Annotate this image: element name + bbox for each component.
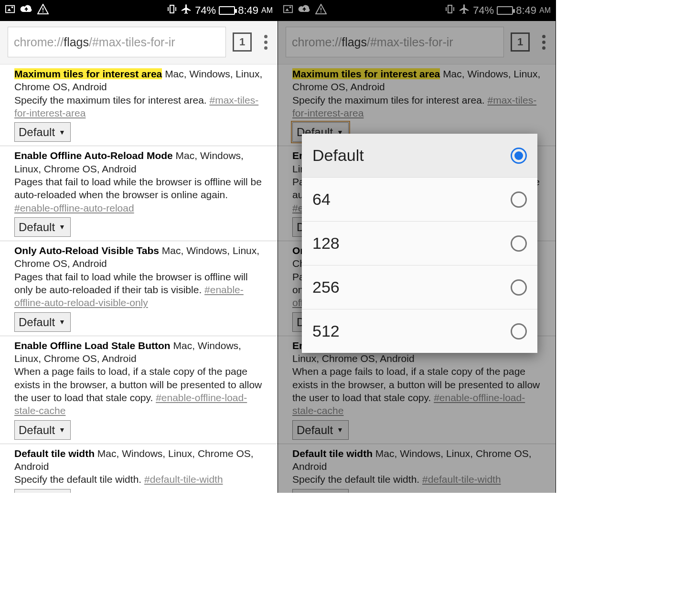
radio-icon	[511, 235, 527, 252]
flag-anchor-link[interactable]: #default-tile-width	[422, 474, 501, 485]
airplane-icon	[459, 3, 470, 18]
flags-list-left: Maximum tiles for interest area Mac, Win…	[0, 64, 278, 493]
svg-rect-5	[43, 11, 43, 12]
flag-description: Pages that fail to load while the browse…	[14, 176, 262, 200]
screenshot-right: 74% 8:49 AM chrome://flags/#max-tiles-fo…	[278, 0, 556, 493]
tabs-button[interactable]: 1	[511, 32, 530, 52]
flag-item: Enable Offline Auto-Reload Mode Mac, Win…	[0, 146, 278, 241]
flag-title: Default tile width	[292, 448, 373, 459]
flag-select[interactable]: Default▼	[292, 489, 349, 493]
flag-select-value: Default	[19, 491, 55, 493]
flag-select[interactable]: Default▼	[14, 420, 71, 440]
radio-icon	[511, 148, 527, 164]
chevron-down-icon: ▼	[59, 223, 65, 231]
flag-select[interactable]: Default▼	[14, 217, 71, 237]
radio-icon	[511, 191, 527, 208]
svg-rect-0	[6, 6, 14, 13]
picture-icon	[283, 4, 293, 17]
clock-time: 8:49	[516, 4, 536, 17]
flag-title: Only Auto-Reload Visible Tabs	[14, 245, 159, 256]
svg-rect-12	[321, 11, 321, 12]
popup-option[interactable]: 512	[302, 309, 537, 353]
flag-anchor-link[interactable]: #default-tile-width	[144, 474, 223, 485]
svg-point-9	[289, 7, 291, 9]
battery-icon	[219, 6, 235, 15]
svg-rect-11	[321, 8, 321, 11]
chevron-down-icon: ▼	[59, 318, 65, 326]
flag-anchor-link[interactable]: #enable-offline-auto-reload	[14, 202, 134, 213]
chevron-down-icon: ▼	[59, 425, 65, 434]
flag-description: Specify the default tile width.	[14, 474, 144, 485]
cloud-upload-icon	[298, 4, 310, 17]
flag-title: Maximum tiles for interest area	[292, 68, 440, 79]
browser-bar: chrome://flags/#max-tiles-for-ir 1	[0, 21, 278, 64]
clock-ampm: AM	[539, 6, 551, 15]
flag-description: Specify the default tile width.	[292, 474, 422, 485]
battery-percent: 74%	[473, 4, 494, 17]
url-main: flags	[64, 35, 89, 49]
url-prefix: chrome://	[14, 35, 64, 49]
flag-description: Specify the maximum tiles for interest a…	[14, 95, 210, 106]
svg-rect-7	[284, 6, 292, 13]
clock-time: 8:49	[238, 4, 258, 17]
warning-icon	[315, 4, 327, 17]
url-suffix: /#max-tiles-for-ir	[89, 35, 175, 49]
popup-option-label: 256	[312, 278, 340, 297]
url-main: flags	[342, 35, 367, 49]
flag-description: Specify the maximum tiles for interest a…	[292, 95, 488, 106]
flag-select-value: Default	[297, 491, 333, 493]
url-prefix: chrome://	[292, 35, 342, 49]
tabs-button[interactable]: 1	[233, 32, 252, 52]
popup-option-label: 128	[312, 234, 340, 253]
flag-select-value: Default	[297, 423, 333, 437]
screenshot-left: 74% 8:49 AM chrome://flags/#max-tiles-fo…	[0, 0, 278, 493]
popup-option-label: Default	[312, 146, 364, 165]
menu-button[interactable]	[536, 35, 551, 50]
browser-bar: chrome://flags/#max-tiles-for-ir 1	[278, 21, 556, 64]
flag-title: Enable Offline Auto-Reload Mode	[14, 150, 173, 161]
url-suffix: /#max-tiles-for-ir	[367, 35, 453, 49]
status-bar: 74% 8:49 AM	[278, 0, 556, 21]
svg-rect-13	[448, 5, 452, 13]
flag-select[interactable]: Default▼	[292, 420, 349, 440]
select-popup: Default64128256512	[302, 134, 537, 353]
flag-title: Default tile width	[14, 448, 95, 459]
flag-item: Maximum tiles for interest area Mac, Win…	[0, 64, 278, 146]
vibrate-icon	[444, 4, 456, 17]
chevron-down-icon: ▼	[337, 425, 343, 434]
flag-select-value: Default	[19, 315, 55, 329]
svg-marker-8	[286, 8, 289, 11]
flag-select[interactable]: Default▼	[14, 312, 71, 332]
airplane-icon	[181, 3, 192, 18]
flag-select-value: Default	[19, 220, 55, 234]
popup-option-label: 512	[312, 322, 340, 340]
clock-ampm: AM	[261, 6, 273, 15]
cloud-upload-icon	[20, 4, 32, 17]
flag-select-value: Default	[19, 125, 55, 139]
flag-select-value: Default	[19, 423, 55, 437]
battery-percent: 74%	[195, 4, 216, 17]
vibrate-icon	[166, 4, 178, 17]
battery-icon	[497, 6, 513, 15]
status-bar: 74% 8:49 AM	[0, 0, 278, 21]
flag-select[interactable]: Default▼	[14, 489, 71, 493]
url-bar[interactable]: chrome://flags/#max-tiles-for-ir	[286, 27, 504, 57]
flag-title: Enable Offline Load Stale Button	[14, 340, 171, 351]
popup-option[interactable]: 64	[302, 178, 537, 222]
svg-point-2	[11, 7, 13, 9]
picture-icon	[5, 4, 15, 17]
warning-icon	[37, 4, 49, 17]
popup-option[interactable]: 128	[302, 222, 537, 266]
popup-option[interactable]: 256	[302, 266, 537, 309]
menu-button[interactable]	[258, 35, 273, 50]
svg-marker-1	[8, 8, 11, 11]
chevron-down-icon: ▼	[59, 128, 65, 137]
tab-count: 1	[239, 36, 245, 48]
popup-option[interactable]: Default	[302, 134, 537, 178]
radio-icon	[511, 279, 527, 296]
flag-title: Maximum tiles for interest area	[14, 68, 162, 79]
url-bar[interactable]: chrome://flags/#max-tiles-for-ir	[8, 27, 226, 57]
flag-item: Enable Offline Load Stale Button Mac, Wi…	[0, 336, 278, 444]
flag-select[interactable]: Default▼	[14, 122, 71, 142]
flag-item: Only Auto-Reload Visible Tabs Mac, Windo…	[0, 241, 278, 336]
